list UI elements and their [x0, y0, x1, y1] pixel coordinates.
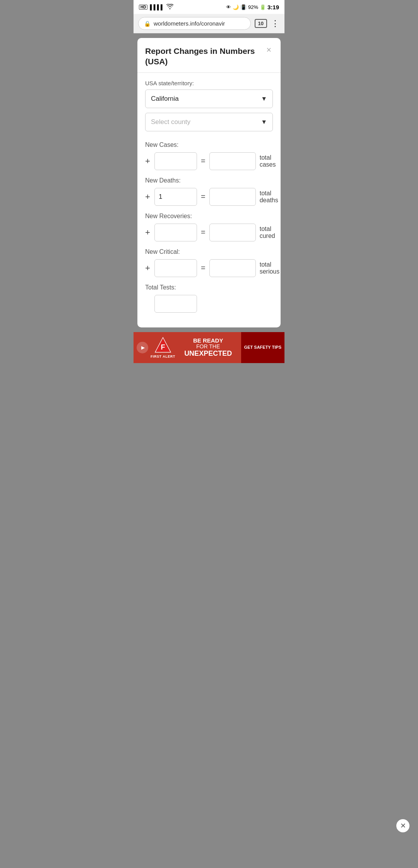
- county-dropdown-wrapper: Select county ▼: [145, 113, 273, 131]
- county-placeholder: Select county: [151, 118, 190, 126]
- moon-icon: 🌙: [233, 4, 239, 10]
- modal-header: Report Changes in Numbers (USA) ×: [137, 38, 281, 73]
- total-tests-row: [145, 295, 273, 313]
- ad-line2: FOR THE: [178, 344, 239, 350]
- cases-plus-icon: +: [145, 156, 151, 166]
- modal: Report Changes in Numbers (USA) × USA st…: [137, 38, 281, 327]
- state-chevron-icon: ▼: [261, 95, 267, 102]
- total-cured-label: total cured: [260, 226, 275, 239]
- county-dropdown[interactable]: Select county ▼: [145, 113, 273, 131]
- state-value: California: [151, 95, 179, 103]
- critical-plus-icon: +: [145, 263, 151, 273]
- hd-badge: HD: [139, 5, 147, 10]
- play-icon: ▶: [141, 345, 145, 350]
- lock-icon: 🔒: [144, 21, 151, 27]
- new-recoveries-input[interactable]: [154, 224, 197, 241]
- battery-icon: 🔋: [260, 4, 266, 10]
- new-recoveries-label: New Recoveries:: [145, 213, 273, 220]
- total-tests-section: Total Tests:: [145, 284, 273, 313]
- wifi-icon: [166, 4, 173, 10]
- time: 3:19: [267, 4, 279, 10]
- gray-area: Report Changes in Numbers (USA) × USA st…: [134, 33, 284, 332]
- battery-percent: 92%: [248, 4, 258, 10]
- new-cases-section: New Cases: + = total cases: [145, 141, 273, 170]
- new-critical-input[interactable]: [154, 259, 197, 277]
- deaths-equals: =: [201, 192, 206, 201]
- new-recoveries-row: + = total cured: [145, 224, 273, 241]
- total-cases-label: total cases: [260, 154, 276, 168]
- eye-icon: 👁: [226, 4, 231, 10]
- state-dropdown[interactable]: California ▼: [145, 90, 273, 108]
- critical-equals: =: [201, 264, 206, 272]
- total-deaths-label: total deaths: [260, 190, 278, 204]
- new-cases-row: + = total cases: [145, 152, 273, 170]
- total-serious-label: total serious: [260, 261, 280, 275]
- modal-close-button[interactable]: ×: [265, 45, 273, 55]
- ad-banner[interactable]: ▶ F FIRST ALERT BE READY FOR THE UNEXPEC…: [134, 332, 284, 363]
- ad-main-text: BE READY FOR THE UNEXPECTED: [175, 338, 241, 358]
- recoveries-plus-icon: +: [145, 227, 151, 238]
- ad-logo-text: FIRST ALERT: [151, 355, 175, 358]
- new-deaths-section: New Deaths: + = total deaths: [145, 177, 273, 206]
- new-deaths-input[interactable]: [154, 188, 197, 206]
- total-critical-input[interactable]: [209, 259, 256, 277]
- new-deaths-row: + = total deaths: [145, 188, 273, 206]
- total-tests-input[interactable]: [154, 295, 197, 313]
- ad-line1: BE READY: [178, 338, 239, 344]
- state-label: USA state/territory:: [145, 80, 273, 86]
- first-alert-logo-icon: F: [154, 337, 171, 354]
- cases-equals: =: [201, 157, 206, 165]
- new-cases-label: New Cases:: [145, 141, 273, 148]
- signal-icon: ▌▌▌▌: [150, 4, 164, 10]
- url-bar[interactable]: 🔒 worldometers.info/coronavir: [138, 17, 251, 30]
- deaths-plus-icon: +: [145, 192, 151, 202]
- status-left: HD ▌▌▌▌: [139, 4, 173, 10]
- total-tests-label: Total Tests:: [145, 284, 273, 291]
- state-dropdown-wrapper: California ▼: [145, 90, 273, 108]
- new-deaths-label: New Deaths:: [145, 177, 273, 184]
- total-recoveries-input[interactable]: [209, 224, 256, 241]
- new-critical-row: + = total serious: [145, 259, 273, 277]
- new-critical-label: New Critical:: [145, 248, 273, 255]
- ad-cta-button[interactable]: GET SAFETY TIPS: [241, 332, 284, 363]
- vibrate-icon: 📳: [240, 4, 247, 10]
- total-deaths-input[interactable]: [209, 188, 256, 206]
- county-chevron-icon: ▼: [261, 119, 267, 126]
- ad-logo-area: F FIRST ALERT: [151, 337, 175, 358]
- status-right: 👁 🌙 📳 92% 🔋 3:19: [226, 4, 279, 10]
- tab-count[interactable]: 10: [255, 19, 267, 28]
- status-bar: HD ▌▌▌▌ 👁 🌙 📳 92% 🔋 3:19: [134, 0, 284, 14]
- modal-title: Report Changes in Numbers (USA): [145, 46, 265, 67]
- menu-dots[interactable]: ⋮: [271, 19, 280, 29]
- new-recoveries-section: New Recoveries: + = total cured: [145, 213, 273, 241]
- ad-play-button[interactable]: ▶: [137, 342, 148, 353]
- url-text: worldometers.info/coronavir: [154, 20, 225, 27]
- ad-line3: UNEXPECTED: [178, 350, 239, 358]
- recoveries-equals: =: [201, 228, 206, 237]
- new-critical-section: New Critical: + = total serious: [145, 248, 273, 277]
- new-cases-input[interactable]: [154, 152, 197, 170]
- svg-text:F: F: [161, 343, 165, 351]
- modal-body: USA state/territory: California ▼ Select…: [137, 73, 281, 327]
- browser-bar: 🔒 worldometers.info/coronavir 10 ⋮: [134, 14, 284, 33]
- total-cases-input[interactable]: [209, 152, 256, 170]
